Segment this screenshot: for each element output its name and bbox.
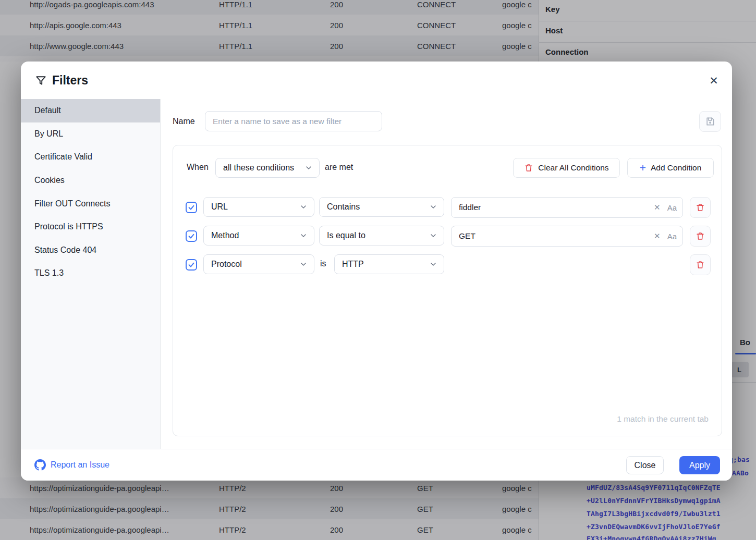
sidebar-item-status-code-404[interactable]: Status Code 404: [21, 239, 160, 262]
save-filter-button[interactable]: [699, 111, 721, 132]
checkmark-icon: [188, 261, 195, 268]
trash-icon: [524, 163, 533, 173]
dialog-title: Filters: [52, 73, 88, 88]
condition-field-select[interactable]: URL: [203, 197, 314, 217]
condition-operator-select[interactable]: Contains: [319, 197, 444, 217]
are-met-label: are met: [325, 163, 353, 172]
clear-all-conditions-button[interactable]: Clear All Conditions: [513, 158, 620, 178]
condition-value-input[interactable]: [451, 197, 683, 218]
chevron-down-icon: [299, 231, 308, 240]
filters-dialog: Filters ✕ Default By URL Certificate Val…: [21, 62, 732, 481]
sidebar-item-certificate-valid[interactable]: Certificate Valid: [21, 145, 160, 169]
save-icon: [705, 116, 715, 127]
case-sensitivity-toggle[interactable]: Aa: [667, 232, 677, 241]
trash-icon: [696, 203, 705, 212]
match-count-summary: 1 match in the current tab: [617, 414, 709, 424]
condition-field-select[interactable]: Protocol: [203, 254, 314, 274]
conditions-panel: When all these conditions are met Clear …: [173, 145, 722, 436]
add-condition-button[interactable]: + Add Condition: [627, 158, 714, 178]
close-icon[interactable]: ✕: [706, 73, 722, 89]
condition-enabled-checkbox[interactable]: [186, 230, 197, 242]
filter-name-input[interactable]: [205, 111, 382, 131]
condition-value-field: ✕ Aa: [451, 226, 683, 247]
close-button[interactable]: Close: [626, 456, 664, 474]
condition-value-select[interactable]: HTTP: [334, 254, 444, 274]
filter-presets-sidebar: Default By URL Certificate Valid Cookies…: [21, 99, 161, 449]
chevron-down-icon: [429, 203, 437, 211]
condition-value-field: ✕ Aa: [451, 197, 683, 218]
match-mode-select[interactable]: all these conditions: [215, 158, 320, 178]
sidebar-item-cookies[interactable]: Cookies: [21, 169, 160, 192]
dialog-header: Filters ✕: [21, 62, 732, 99]
chevron-down-icon: [429, 231, 437, 240]
condition-field-select[interactable]: Method: [203, 226, 314, 246]
filter-funnel-icon: [35, 75, 47, 87]
github-icon: [34, 459, 46, 471]
condition-operator-select[interactable]: Is equal to: [319, 226, 444, 246]
apply-button[interactable]: Apply: [679, 456, 720, 474]
chevron-down-icon: [304, 164, 313, 172]
name-label: Name: [173, 117, 195, 126]
report-issue-link[interactable]: Report an Issue: [34, 449, 109, 481]
is-joiner-label: is: [320, 259, 326, 268]
delete-condition-button[interactable]: [690, 226, 711, 247]
when-label: When: [187, 163, 209, 172]
clear-value-icon[interactable]: ✕: [654, 203, 661, 212]
delete-condition-button[interactable]: [690, 254, 711, 275]
sidebar-item-by-url[interactable]: By URL: [21, 122, 160, 146]
case-sensitivity-toggle[interactable]: Aa: [667, 203, 677, 212]
sidebar-item-tls-13[interactable]: TLS 1.3: [21, 262, 160, 285]
sidebar-item-default[interactable]: Default: [21, 99, 160, 122]
trash-icon: [696, 260, 705, 269]
delete-condition-button[interactable]: [690, 197, 711, 218]
dialog-footer: Report an Issue Close Apply: [21, 449, 732, 481]
sidebar-item-protocol-is-https[interactable]: Protocol is HTTPS: [21, 215, 160, 239]
chevron-down-icon: [429, 260, 437, 268]
plus-icon: +: [640, 162, 646, 173]
clear-value-icon[interactable]: ✕: [654, 231, 661, 241]
condition-enabled-checkbox[interactable]: [186, 259, 197, 271]
chevron-down-icon: [299, 203, 308, 211]
sidebar-item-filter-out-connects[interactable]: Filter OUT Connects: [21, 192, 160, 215]
checkmark-icon: [188, 204, 195, 211]
checkmark-icon: [188, 232, 195, 240]
chevron-down-icon: [299, 260, 308, 268]
condition-enabled-checkbox[interactable]: [186, 202, 197, 213]
trash-icon: [696, 231, 705, 241]
condition-value-input[interactable]: [451, 226, 683, 247]
